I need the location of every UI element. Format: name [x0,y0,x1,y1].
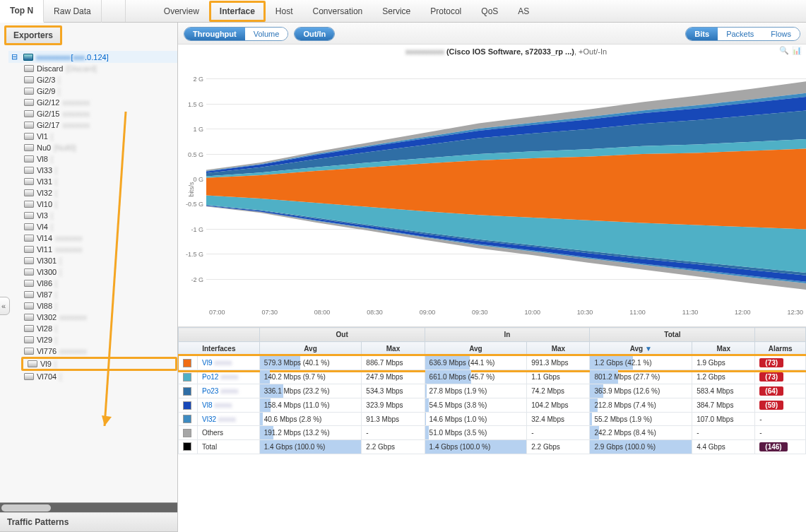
pill-throughput[interactable]: Throughput [184,28,245,40]
pill-bits[interactable]: Bits [686,28,718,40]
main-tabs: OverviewInterfaceHostConversationService… [154,0,806,22]
chart-ylabel: bits/s [188,182,195,196]
tab-overview[interactable]: Overview [154,0,209,23]
tree-node[interactable]: Vl88[ [21,300,177,312]
main-panel: ThroughputVolume Out/In BitsPacketsFlows… [178,23,806,532]
interface-icon [24,167,34,174]
tree-node[interactable]: Vl776xxxxxxx [21,345,177,357]
iface-cell[interactable]: Vl8 xxxxx [198,398,260,413]
tree-node[interactable]: Gi2/17xxxxxxx [21,119,177,131]
interface-icon [24,302,34,309]
interface-icon [24,325,34,332]
interface-icon [24,348,34,355]
tab-interface[interactable]: Interface [209,1,266,22]
interface-icon [28,360,37,367]
tree-node[interactable]: Vl8[ [21,153,177,165]
tab-qos[interactable]: QoS [471,0,508,23]
iface-cell[interactable]: Total [198,439,260,454]
tree-node[interactable]: Vl302xxxxxxx [21,312,177,323]
interface-icon [24,257,34,264]
tree-node[interactable]: Vl86[ [21,278,177,289]
tree-node[interactable]: Vl29[ [21,334,177,345]
tree-node[interactable]: Gi2/15xxxxxxx [21,108,177,119]
tree-node[interactable]: Vl14xxxxxxx [21,232,177,244]
alarm-badge[interactable]: (146) [759,442,787,451]
iface-cell[interactable]: Vl9 xxxxx [198,356,260,370]
sidebar-collapse-handle[interactable]: « [0,297,10,315]
tree-node[interactable]: Vl300[ [21,266,177,278]
alarm-badge[interactable]: (73) [759,372,783,382]
alarm-badge[interactable]: (64) [759,386,783,396]
tab-as[interactable]: AS [508,0,539,23]
tree-node[interactable]: Vl31[ [21,176,177,187]
tree-node[interactable]: Vl10[ [21,199,177,210]
interface-icon [24,189,34,196]
traffic-patterns-header[interactable]: Traffic Patterns [0,512,177,532]
tree-node[interactable]: Vl28[ [21,323,177,334]
tree-node[interactable]: Vl301[ [21,255,177,266]
data-table[interactable]: OutInTotalInterfacesAvgMaxAvgMaxAvg ▼Max… [178,327,806,454]
tab-protocol[interactable]: Protocol [420,0,471,23]
tab-host[interactable]: Host [266,0,303,23]
measure-toggle[interactable]: ThroughputVolume [184,27,288,41]
router-icon [23,54,33,61]
pill-volume[interactable]: Volume [245,28,288,40]
sort-desc-icon[interactable]: ▼ [645,345,652,353]
tree-node[interactable]: Vl11xxxxxxx [21,244,177,255]
splitter[interactable] [102,0,126,22]
interface-icon [24,110,34,117]
interface-icon [24,212,34,219]
tab-top-n[interactable]: Top N [0,0,44,23]
pill-packets[interactable]: Packets [718,28,762,40]
interface-icon [24,133,34,140]
sidebar: Exporters ⊟ xxxxxxxxx [ xxx .0.124] Disc… [0,23,178,532]
tree-node[interactable]: Vl32[ [21,187,177,199]
tree-node[interactable]: Gi2/3[ [21,74,177,85]
interface-icon [24,76,34,83]
pill-out/in[interactable]: Out/In [295,28,334,40]
sub-toolbar: ThroughputVolume Out/In BitsPacketsFlows [178,23,806,45]
pill-flows[interactable]: Flows [762,28,800,40]
interface-icon [24,314,34,321]
iface-cell[interactable]: Po23 xxxxx [198,384,260,398]
units-toggle[interactable]: BitsPacketsFlows [685,27,800,41]
direction-toggle[interactable]: Out/In [294,27,335,41]
iface-cell[interactable]: Others [198,426,260,439]
tree-node[interactable]: Discard[Discard] [21,63,177,74]
tree-node[interactable]: Vl9[ [21,357,177,371]
chart-body[interactable]: 2 G1.5 G1 G0.5 G0 G-0.5 G-1 G-1.5 G-2 G0… [206,59,806,313]
alarm-badge[interactable]: (59) [759,401,783,410]
interface-icon [24,280,34,287]
tab-raw-data[interactable]: Raw Data [44,0,102,23]
iface-cell[interactable]: Po12 xxxxx [198,370,260,384]
sidebar-tabs: Top NRaw Data [0,0,102,22]
svg-marker-1 [102,415,112,426]
tab-conversation[interactable]: Conversation [303,0,373,23]
tree-node[interactable]: Vl704[ [21,371,177,382]
scroll-bar[interactable] [0,502,177,512]
alarm-badge[interactable]: (73) [759,358,783,367]
tree-node[interactable]: Vl4[ [21,221,177,232]
interface-icon [24,122,34,129]
tree-node[interactable]: Gi2/12xxxxxxx [21,97,177,108]
tree-node[interactable]: Nu0[Null0] [21,142,177,153]
interface-icon [24,201,34,208]
zoom-icon[interactable]: 🔍 [779,46,789,56]
iface-cell[interactable]: Vl32 xxxxx [198,413,260,426]
interface-icon [24,336,34,343]
interface-icon [24,235,34,242]
tree-node[interactable]: Vl1[ [21,131,177,142]
root-node[interactable]: ⊟ xxxxxxxxx [ xxx .0.124] [8,51,177,63]
exporters-tree[interactable]: ⊟ xxxxxxxxx [ xxx .0.124] Discard[Discar… [0,48,177,502]
interface-icon [24,246,34,253]
tree-node[interactable]: Vl87[ [21,289,177,300]
collapse-icon[interactable]: ⊟ [11,52,18,61]
tree-node[interactable]: Vl3[ [21,210,177,221]
export-icon[interactable]: 📊 [792,46,802,56]
tab-service[interactable]: Service [372,0,420,23]
tree-node[interactable]: Gi2/9[ [21,85,177,97]
tree-node[interactable]: Vl33[ [21,165,177,176]
interface-icon [24,291,34,298]
data-table-container: OutInTotalInterfacesAvgMaxAvgMaxAvg ▼Max… [178,327,806,532]
exporters-header[interactable]: Exporters [4,25,62,45]
